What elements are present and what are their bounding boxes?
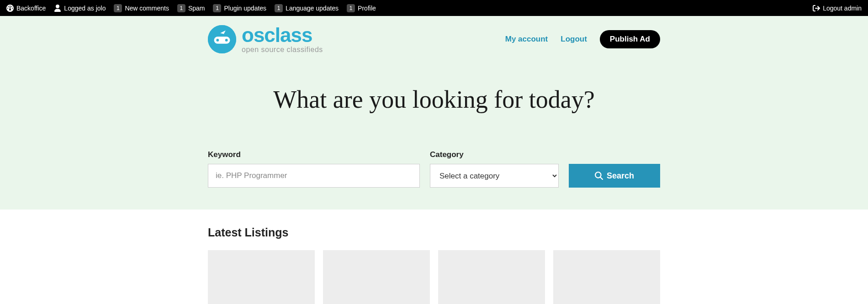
adminbar-spam[interactable]: 1 Spam xyxy=(177,4,205,12)
adminbar-item-label: New comments xyxy=(125,5,169,12)
logout-icon xyxy=(813,5,820,12)
category-label: Category xyxy=(430,150,559,159)
keyword-label: Keyword xyxy=(208,150,420,159)
adminbar-item-label: Plugin updates xyxy=(224,5,266,12)
badge-count: 1 xyxy=(213,4,221,12)
adminbar-item-label: Profile xyxy=(358,5,376,12)
listing-card[interactable] xyxy=(323,250,430,304)
adminbar-item-label: Language updates xyxy=(286,5,339,12)
badge-count: 1 xyxy=(347,4,355,12)
site-logo[interactable]: osclass open source classifieds xyxy=(208,25,323,53)
logged-as-link[interactable]: Logged as jolo xyxy=(54,5,106,12)
badge-count: 1 xyxy=(114,4,122,12)
svg-point-3 xyxy=(225,39,228,42)
adminbar-plugin-updates[interactable]: 1 Plugin updates xyxy=(213,4,266,12)
logged-as-label: Logged as jolo xyxy=(64,5,106,12)
badge-count: 1 xyxy=(275,4,283,12)
logout-link[interactable]: Logout xyxy=(561,35,587,44)
keyword-input[interactable] xyxy=(208,164,420,188)
logo-mark-icon xyxy=(208,25,236,53)
admin-toolbar: Backoffice Logged as jolo 1 New comments… xyxy=(0,0,868,16)
search-button[interactable]: Search xyxy=(569,164,660,188)
badge-count: 1 xyxy=(177,4,185,12)
category-select[interactable]: Select a category xyxy=(430,164,559,188)
search-form: Keyword Category Select a category Searc… xyxy=(208,150,660,188)
listing-card[interactable] xyxy=(438,250,545,304)
latest-listings-title: Latest Listings xyxy=(208,226,660,239)
hero-title: What are you looking for today? xyxy=(208,85,660,114)
keyword-field: Keyword xyxy=(208,150,420,188)
search-icon xyxy=(595,172,603,180)
latest-listings-section: Latest Listings xyxy=(0,210,868,304)
adminbar-language-updates[interactable]: 1 Language updates xyxy=(275,4,339,12)
publish-ad-button[interactable]: Publish Ad xyxy=(600,30,660,48)
backoffice-link[interactable]: Backoffice xyxy=(6,5,46,12)
header-nav: My account Logout Publish Ad xyxy=(505,30,660,48)
brand-tagline: open source classifieds xyxy=(242,46,323,53)
backoffice-label: Backoffice xyxy=(16,5,46,12)
site-header: osclass open source classifieds My accou… xyxy=(208,16,660,53)
logout-admin-link[interactable]: Logout admin xyxy=(813,5,862,12)
adminbar-item-label: Spam xyxy=(188,5,205,12)
brand-name: osclass xyxy=(242,25,323,45)
svg-point-2 xyxy=(216,39,219,42)
listings-grid xyxy=(208,250,660,304)
hero-section: osclass open source classifieds My accou… xyxy=(0,16,868,210)
dashboard-icon xyxy=(6,5,14,12)
admin-toolbar-left: Backoffice Logged as jolo 1 New comments… xyxy=(6,4,376,12)
adminbar-profile[interactable]: 1 Profile xyxy=(347,4,376,12)
listing-card[interactable] xyxy=(553,250,660,304)
my-account-link[interactable]: My account xyxy=(505,35,548,44)
user-icon xyxy=(54,5,61,12)
adminbar-new-comments[interactable]: 1 New comments xyxy=(114,4,169,12)
logout-admin-label: Logout admin xyxy=(823,5,862,12)
category-field: Category Select a category xyxy=(430,150,559,188)
search-button-label: Search xyxy=(607,171,634,181)
listing-card[interactable] xyxy=(208,250,315,304)
